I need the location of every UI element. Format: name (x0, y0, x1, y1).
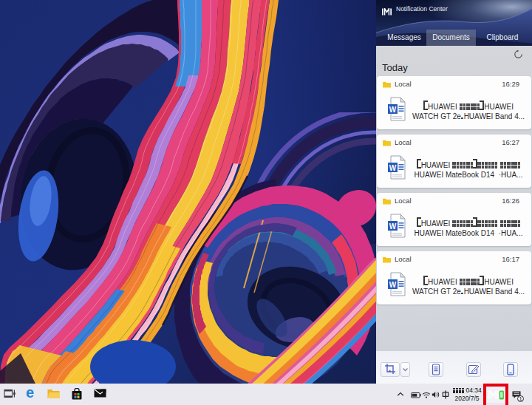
svg-text:W: W (389, 222, 397, 231)
svg-text:W: W (389, 106, 397, 114)
svg-text:W: W (389, 281, 397, 289)
svg-text:W: W (389, 164, 397, 172)
